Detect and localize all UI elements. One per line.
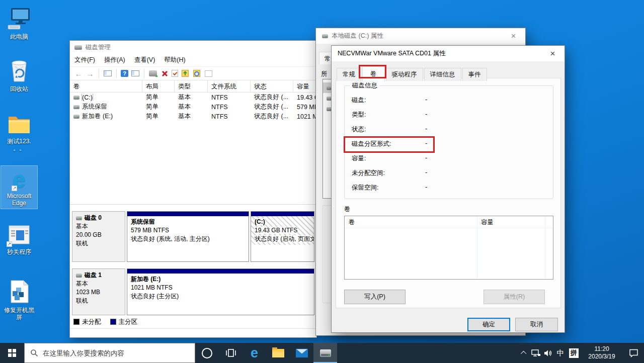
ime-language-indicator[interactable]: 中 <box>554 343 567 363</box>
volume-button[interactable] <box>542 343 554 363</box>
desktop-icon-label: 修复开机黑 <box>1 307 37 314</box>
desktop-icon-fix-black-screen[interactable]: 修复开机黑 屏 <box>1 278 37 323</box>
column-header[interactable]: 状态 <box>251 80 293 92</box>
primary-partition-color-swatch <box>110 319 116 325</box>
cortana-button[interactable] <box>195 343 219 363</box>
desktop-icon-this-pc[interactable]: 此电脑 <box>1 5 37 42</box>
close-icon[interactable] <box>502 29 525 43</box>
folder-up-icon[interactable] <box>182 70 189 77</box>
table-row[interactable]: (C:) 简单 基本 NTFS 状态良好 (... 19.43 G <box>70 93 316 102</box>
speaker-icon <box>544 349 552 357</box>
tab-general[interactable]: 常规 <box>337 68 361 81</box>
disk-icon <box>76 274 82 278</box>
partition-e-drive[interactable]: 新加卷 (E:) 1021 MB NTFS 状态良好 (主分区) <box>127 268 314 315</box>
menu-help[interactable]: 帮助(H) <box>159 56 190 64</box>
desktop-icon-label: 回收站 <box>1 85 37 93</box>
task-view-button[interactable] <box>219 343 243 363</box>
write-button[interactable]: 写入(P) <box>344 290 406 304</box>
menu-file[interactable]: 文件(F) <box>70 56 100 64</box>
ime-mode-icon: 拼 <box>569 348 579 358</box>
partition-color-bar <box>127 269 314 274</box>
action-center-button[interactable] <box>623 343 644 363</box>
chevron-up-icon <box>521 351 526 356</box>
ok-button[interactable]: 确定 <box>467 318 510 331</box>
disk-0-info[interactable]: 磁盘 0 基本 20.00 GB 联机 <box>72 211 125 262</box>
disk-management-window: 磁盘管理 文件(F) 操作(A) 查看(V) 帮助(H) 卷 布局 类型 文件系… <box>69 40 317 338</box>
action-pane-icon[interactable] <box>131 70 139 76</box>
dialog-title: 本地磁盘 (C:) 属性 <box>332 32 383 40</box>
group-label: 磁盘信息 <box>350 81 380 90</box>
column-header[interactable]: 容量 <box>477 216 498 228</box>
field-label: 未分配空间: <box>352 169 385 176</box>
column-header[interactable]: 文件系统 <box>208 80 251 92</box>
clock-time: 11:20 <box>594 345 609 353</box>
network-button[interactable] <box>530 343 542 363</box>
volumes-list[interactable]: 卷 容量 <box>344 216 553 280</box>
disk-management-titlebar[interactable]: 磁盘管理 <box>70 41 316 54</box>
field-value: - <box>425 184 427 191</box>
volumes-tab-page: 磁盘信息 磁盘:- 类型:- 状态:- 磁盘分区形式:- 容量:- 未分配空间:… <box>336 78 561 308</box>
tab-events[interactable]: 事件 <box>462 68 487 81</box>
menu-view[interactable]: 查看(V) <box>130 56 160 64</box>
desktop-icon-microsoft-edge[interactable]: e Microsoft Edge <box>1 166 37 209</box>
folder-search-icon[interactable] <box>193 70 200 77</box>
ime-mode-indicator[interactable]: 拼 <box>567 343 581 363</box>
partition-system-reserved[interactable]: 系统保留 579 MB NTFS 状态良好 (系统, 活动, 主分区) <box>127 211 249 262</box>
field-label: 类型: <box>352 111 366 118</box>
action-center-icon <box>629 349 638 357</box>
forward-icon[interactable] <box>86 69 95 77</box>
disk-management-toolbar <box>70 66 316 80</box>
task-check-icon[interactable] <box>172 70 178 77</box>
search-input[interactable] <box>43 349 179 357</box>
desktop-icon-label: 屏 <box>1 314 37 321</box>
cancel-button[interactable]: 取消 <box>515 318 558 331</box>
delete-icon[interactable] <box>160 69 169 77</box>
disk-management-taskbar-button[interactable] <box>313 343 337 363</box>
partition-c-drive[interactable]: (C:) 19.43 GB NTFS 状态良好 (启动, 页面文 <box>251 211 314 262</box>
close-icon[interactable] <box>541 46 564 61</box>
column-header[interactable]: 卷 <box>70 80 142 92</box>
desktop-icon-test-folder[interactable]: 测试123. 。。 <box>1 112 37 154</box>
tab-details[interactable]: 详细信息 <box>424 68 461 81</box>
console-window-icon[interactable] <box>104 70 112 76</box>
column-header[interactable]: 卷 <box>345 216 477 228</box>
windows-logo-icon <box>8 349 16 357</box>
help-icon[interactable] <box>121 70 128 77</box>
column-header[interactable]: 类型 <box>175 80 208 92</box>
file-explorer-button[interactable] <box>266 343 290 363</box>
taskbar-edge-button[interactable]: e <box>243 343 266 363</box>
tab-volumes[interactable]: 卷 <box>362 66 385 81</box>
taskbar-search[interactable] <box>24 343 195 363</box>
device-manager-icon[interactable] <box>149 70 157 76</box>
table-row[interactable]: 新加卷 (E:) 简单 基本 NTFS 状态良好 (... 1021 M <box>70 112 316 121</box>
desktop-icon-recycle-bin[interactable]: 回收站 <box>1 56 37 95</box>
device-dialog-titlebar[interactable]: NECVMWar VMware SATA CD01 属性 <box>332 46 565 61</box>
column-header[interactable]: 布局 <box>142 80 175 92</box>
table-row[interactable]: 系统保留 简单 基本 NTFS 状态良好 (... 579 MB <box>70 102 316 112</box>
field-label: 状态: <box>352 126 366 133</box>
recycle-bin-icon <box>8 58 31 84</box>
field-label: 磁盘: <box>352 97 366 104</box>
mail-button[interactable] <box>290 343 313 363</box>
tray-overflow-button[interactable] <box>519 343 530 363</box>
desktop-icon-label: 秒关程序 <box>1 248 37 255</box>
volume-icon <box>73 105 79 109</box>
properties-button[interactable]: 属性(R) <box>484 290 545 304</box>
start-button[interactable] <box>0 343 24 363</box>
unallocated-color-swatch <box>73 319 79 325</box>
checklist-icon[interactable] <box>205 70 212 77</box>
app-window-icon <box>8 224 31 247</box>
field-value: - <box>425 169 427 176</box>
status-bar <box>70 328 316 337</box>
tab-driver[interactable]: 驱动程序 <box>386 68 423 81</box>
partition-legend: 未分配 主分区 <box>73 318 137 326</box>
system-tray: 中 拼 11:20 2020/3/19 <box>519 343 644 363</box>
search-icon <box>30 349 38 357</box>
desktop-icon-quick-close-app[interactable]: 秒关程序 <box>1 222 37 257</box>
menu-action[interactable]: 操作(A) <box>100 56 130 64</box>
registry-file-icon <box>9 280 30 305</box>
taskbar-clock[interactable]: 11:20 2020/3/19 <box>581 343 623 363</box>
c-dialog-titlebar[interactable]: 本地磁盘 (C:) 属性 <box>316 28 525 44</box>
back-icon[interactable] <box>74 69 83 77</box>
disk-1-info[interactable]: 磁盘 1 基本 1023 MB 联机 <box>72 268 125 315</box>
